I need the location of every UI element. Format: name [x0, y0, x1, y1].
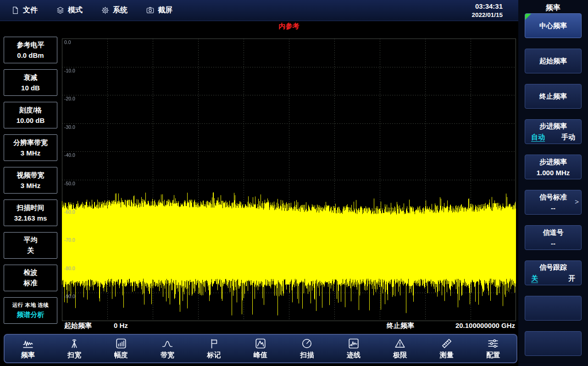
- readout-value: 0.0 dBm: [17, 51, 44, 59]
- tracking-toggle: 关 开: [525, 274, 581, 283]
- sweep-icon: [301, 338, 313, 349]
- file-icon: [11, 6, 20, 15]
- menu-system[interactable]: 系统: [101, 6, 128, 15]
- readout-label: 平均: [24, 236, 38, 244]
- btn-stop-frequency[interactable]: 终止频率: [525, 84, 582, 109]
- tab-limit[interactable]: 极限: [377, 335, 423, 362]
- tab-amplitude[interactable]: 幅度: [98, 335, 144, 362]
- system-icon: [101, 6, 110, 15]
- readout-ref-level: 参考电平 0.0 dBm: [4, 37, 57, 63]
- menu-file[interactable]: 文件: [11, 6, 38, 15]
- readout-value: 3 MHz: [21, 149, 40, 157]
- ytick-30: -30.0: [64, 124, 75, 130]
- bandwidth-icon: [161, 338, 173, 349]
- ytick-20: -20.0: [64, 96, 75, 101]
- btn-step-frequency-value[interactable]: 步进频率 1.000 MHz: [525, 155, 582, 179]
- run-status-text: 运行 本地 连续: [12, 302, 49, 309]
- readout-vbw: 视频带宽 3 MHz: [4, 167, 57, 194]
- tab-bandwidth[interactable]: 带宽: [144, 335, 190, 362]
- tab-label: 扫宽: [67, 351, 81, 360]
- readout-sweep-time: 扫描时间 32.163 ms: [4, 200, 57, 226]
- frequency-icon: [22, 338, 34, 349]
- btn-value: 1.000 MHz: [537, 169, 570, 177]
- btn-signal-tracking[interactable]: 信号跟踪 关 开: [525, 261, 582, 285]
- tab-label: 迹线: [347, 351, 361, 360]
- tab-frequency[interactable]: 频率: [5, 335, 51, 362]
- spectrum-display: 0.0 -10.0 -20.0 -30.0 -40.0 -50.0 -60.0 …: [62, 39, 516, 321]
- btn-label: 起始频率: [539, 57, 567, 66]
- btn-label: 中心频率: [539, 22, 567, 30]
- btn-label: 步进频率: [539, 158, 567, 166]
- tab-label: 配置: [486, 351, 500, 360]
- btn-blank-1[interactable]: [525, 296, 582, 321]
- readout-detector: 检波 标准: [4, 265, 57, 291]
- readout-label: 刻度/格: [19, 106, 42, 115]
- tab-label: 测量: [440, 351, 454, 360]
- tab-marker[interactable]: 标记: [191, 335, 237, 362]
- btn-label: 信号跟踪: [539, 263, 567, 272]
- ytick-60: -60.0: [64, 209, 75, 215]
- btn-signal-standard[interactable]: 信号标准 -- >: [525, 190, 582, 215]
- frequency-readout-row: 起始频率 0 Hz 终止频率 20.100000000 GHz: [0, 322, 518, 333]
- btn-start-frequency[interactable]: 起始频率: [525, 49, 582, 73]
- menu-file-label: 文件: [23, 6, 38, 15]
- time-text: 03:34:31: [472, 2, 503, 11]
- right-softkey-panel: 频率 中心频率 起始频率 终止频率 步进频率 自动 手动 步进频率 1.000 …: [518, 0, 588, 366]
- readout-label: 扫描时间: [17, 204, 44, 212]
- readout-attenuation: 衰减 10 dB: [4, 69, 57, 96]
- menu-screenshot[interactable]: 截屏: [146, 6, 172, 15]
- readout-scale-div: 刻度/格 10.00 dB: [4, 102, 57, 128]
- config-icon: [487, 338, 499, 349]
- btn-label: 信道号: [543, 228, 564, 237]
- readout-label: 参考电平: [17, 41, 44, 50]
- toggle-auto[interactable]: 自动: [531, 133, 545, 142]
- trace-icon: [348, 338, 360, 349]
- tab-trace[interactable]: 迹线: [330, 335, 377, 362]
- tab-label: 频率: [21, 351, 35, 360]
- toggle-manual[interactable]: 手动: [561, 133, 575, 142]
- btn-step-frequency-mode[interactable]: 步进频率 自动 手动: [525, 119, 582, 144]
- readout-rbw: 分辨率带宽 3 MHz: [4, 134, 57, 161]
- ytick-10: -10.0: [64, 68, 75, 73]
- tab-label: 幅度: [114, 351, 128, 360]
- tab-measure[interactable]: 测量: [423, 335, 470, 362]
- tab-sweep[interactable]: 扫描: [284, 335, 330, 362]
- bottom-menu-bar: 频率 扫宽 幅度 带宽 标记 峰值 扫描 迹线: [4, 334, 517, 363]
- submenu-arrow-icon: >: [575, 198, 579, 205]
- reference-indicator: 内参考: [62, 22, 516, 31]
- btn-label: 终止频率: [539, 92, 567, 101]
- btn-label: 步进频率: [539, 122, 567, 131]
- toggle-off[interactable]: 关: [531, 274, 538, 283]
- tab-peak[interactable]: 峰值: [237, 335, 283, 362]
- tab-label: 峰值: [254, 351, 267, 360]
- ytick-0: 0.0: [64, 39, 71, 45]
- btn-channel-number[interactable]: 信道号 --: [525, 225, 582, 250]
- menu-system-label: 系统: [113, 6, 128, 15]
- readout-value: 关: [27, 246, 34, 255]
- top-bar: 文件 模式 系统 截屏 03:34:31 2022/01/15: [0, 0, 518, 21]
- menu-mode[interactable]: 模式: [56, 6, 83, 15]
- run-status-box: 运行 本地 连续 频谱分析: [4, 297, 57, 324]
- date-text: 2022/01/15: [472, 11, 503, 19]
- tab-label: 标记: [207, 351, 221, 360]
- readout-label: 视频带宽: [17, 171, 44, 180]
- peak-icon: [255, 338, 266, 349]
- tab-config[interactable]: 配置: [470, 335, 516, 362]
- readout-value: 32.163 ms: [14, 214, 47, 222]
- btn-blank-2[interactable]: [525, 331, 582, 356]
- tab-label: 带宽: [161, 351, 174, 360]
- btn-value: --: [551, 239, 555, 247]
- tab-label: 极限: [393, 351, 407, 360]
- btn-label: 信号标准: [539, 193, 567, 202]
- ytick-90: -90.0: [64, 294, 75, 299]
- tab-span[interactable]: 扫宽: [51, 335, 97, 362]
- marker-icon: [208, 338, 220, 349]
- spectrum-canvas: [62, 39, 516, 321]
- mode-icon: [56, 6, 65, 15]
- spectrum-analyzer-screen: 文件 模式 系统 截屏 03:34:31 2022/01/15 参考电平 0.0…: [0, 0, 588, 366]
- screenshot-icon: [146, 6, 155, 15]
- toggle-on[interactable]: 开: [568, 274, 575, 283]
- btn-center-frequency[interactable]: 中心频率: [525, 13, 582, 38]
- start-frequency-label: 起始频率: [64, 322, 92, 330]
- stop-frequency-label: 终止频率: [387, 322, 414, 330]
